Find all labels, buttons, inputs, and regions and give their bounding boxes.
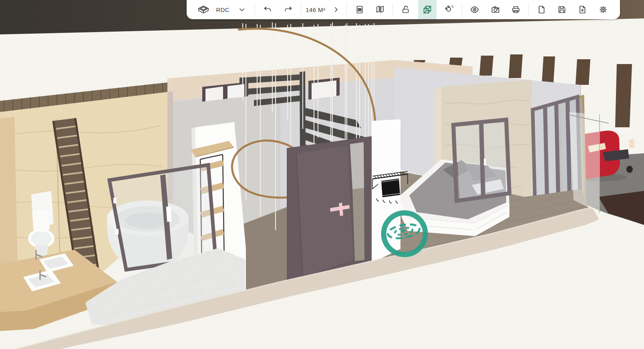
toolbar-divider	[346, 3, 347, 16]
toolbar-divider	[301, 3, 301, 16]
floor-box-icon[interactable]	[195, 0, 211, 19]
toolbar-divider	[255, 3, 255, 16]
floor-selector-label[interactable]: RDC	[216, 6, 229, 13]
main-toolbar: RDC 146 M²	[187, 0, 620, 19]
area-label[interactable]: 146 M²	[306, 6, 325, 13]
chevron-right-icon[interactable]	[330, 0, 342, 19]
gear-icon[interactable]	[595, 0, 611, 19]
printer-icon[interactable]	[508, 0, 524, 19]
camera-icon[interactable]	[487, 0, 503, 19]
save-icon[interactable]	[554, 0, 570, 19]
map-icon[interactable]	[372, 0, 388, 19]
undo-icon[interactable]	[260, 0, 276, 19]
3d-viewport[interactable]	[0, 0, 644, 349]
toolbar-divider	[528, 3, 529, 16]
interior-door[interactable]	[287, 136, 372, 281]
redo-icon[interactable]	[280, 0, 296, 19]
cube-3d-icon[interactable]	[418, 0, 437, 19]
new-document-icon[interactable]	[533, 0, 549, 19]
magnet-icon[interactable]	[441, 0, 457, 19]
plan-image-icon[interactable]	[352, 0, 368, 19]
bedroom-window[interactable]	[453, 120, 509, 201]
toolbar-divider	[392, 3, 393, 16]
chevron-down-icon[interactable]	[234, 0, 250, 19]
toolbar-divider	[462, 3, 462, 16]
add-document-icon[interactable]	[574, 0, 590, 19]
app-window: RDC 146 M²	[0, 0, 644, 349]
eye-icon[interactable]	[467, 0, 483, 19]
unlock-icon[interactable]	[398, 0, 414, 19]
